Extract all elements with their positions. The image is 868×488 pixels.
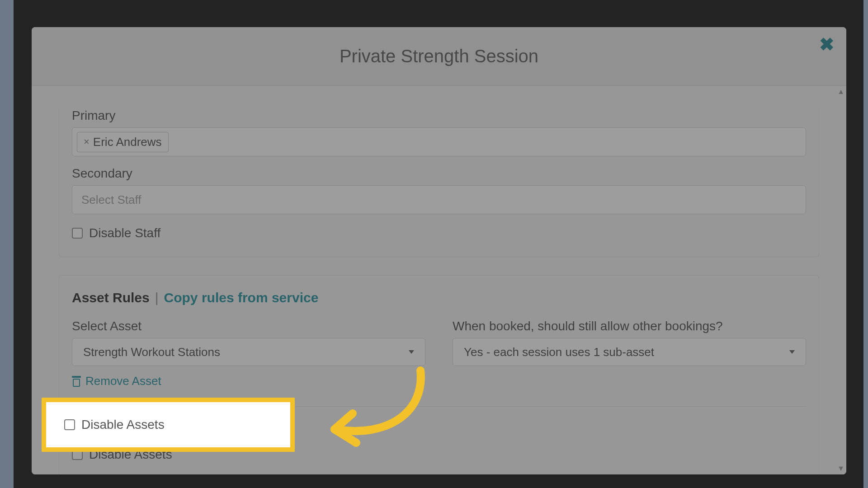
booking-value: Yes - each session uses 1 sub-asset bbox=[464, 345, 654, 359]
secondary-label: Secondary bbox=[72, 166, 806, 181]
close-icon[interactable]: ✖ bbox=[819, 35, 835, 53]
staff-tag[interactable]: × Eric Andrews bbox=[77, 132, 169, 152]
primary-label: Primary bbox=[72, 108, 806, 123]
booking-dropdown[interactable]: Yes - each session uses 1 sub-asset bbox=[453, 338, 806, 366]
modal-title: Private Strength Session bbox=[340, 46, 538, 66]
disable-assets-label: Disable Assets bbox=[81, 418, 165, 432]
chevron-down-icon bbox=[789, 350, 795, 354]
chevron-down-icon bbox=[409, 350, 414, 354]
disable-staff-label: Disable Staff bbox=[89, 226, 160, 240]
primary-staff-input[interactable]: × Eric Andrews bbox=[72, 127, 806, 156]
select-asset-dropdown[interactable]: Strength Workout Stations bbox=[72, 338, 425, 366]
staff-section: Primary × Eric Andrews Secondary Select … bbox=[59, 108, 819, 257]
annotation-highlight-box: Disable Assets bbox=[42, 398, 295, 452]
disable-staff-row[interactable]: Disable Staff bbox=[72, 226, 806, 240]
disable-staff-checkbox[interactable] bbox=[72, 228, 83, 239]
asset-rules-legend: Asset Rules | Copy rules from service bbox=[72, 290, 806, 305]
secondary-staff-input[interactable]: Select Staff bbox=[72, 185, 806, 214]
disable-assets-row[interactable]: Disable Assets bbox=[64, 418, 165, 432]
disable-assets-checkbox[interactable] bbox=[64, 419, 75, 430]
trash-icon bbox=[72, 376, 81, 387]
secondary-placeholder: Select Staff bbox=[77, 193, 142, 207]
select-asset-label: Select Asset bbox=[72, 319, 425, 333]
remove-asset-link[interactable]: Remove Asset bbox=[72, 374, 425, 388]
remove-asset-label: Remove Asset bbox=[85, 374, 161, 388]
booking-question-label: When booked, should still allow other bo… bbox=[453, 319, 806, 333]
asset-rules-title: Asset Rules bbox=[72, 290, 150, 305]
select-asset-value: Strength Workout Stations bbox=[83, 345, 220, 359]
copy-rules-link[interactable]: Copy rules from service bbox=[164, 290, 319, 305]
legend-separator: | bbox=[155, 290, 159, 305]
scroll-up-icon[interactable]: ▲ bbox=[837, 88, 844, 96]
modal-header: Private Strength Session ✖ bbox=[32, 27, 846, 86]
tag-remove-icon[interactable]: × bbox=[84, 136, 90, 148]
staff-tag-name: Eric Andrews bbox=[93, 135, 162, 149]
scroll-down-icon[interactable]: ▼ bbox=[837, 465, 844, 473]
